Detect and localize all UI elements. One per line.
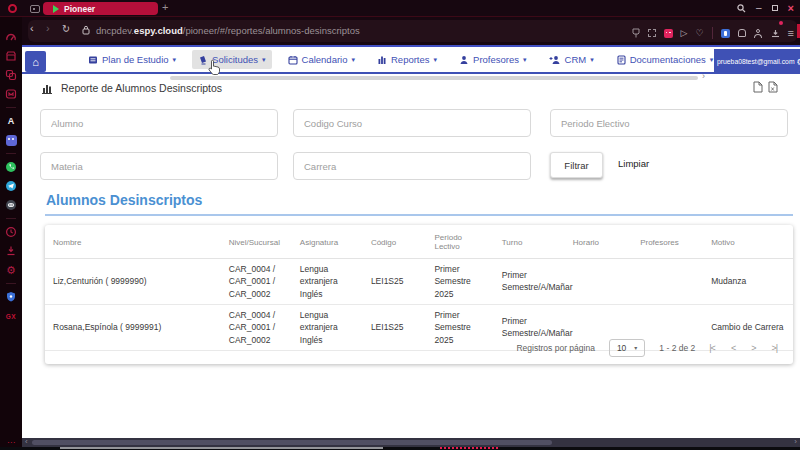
mouse-cursor xyxy=(208,59,221,75)
menu-profesores[interactable]: Profesores▾ xyxy=(453,50,532,69)
cell-motivo: Mudanza xyxy=(703,259,793,305)
gx-corner-icon[interactable] xyxy=(5,50,17,62)
home-button[interactable]: ⌂ xyxy=(25,51,46,72)
search-tabs-icon[interactable] xyxy=(737,4,746,13)
messenger-icon[interactable] xyxy=(5,88,17,100)
user-settings-gear-icon[interactable]: ⚙ xyxy=(797,57,800,67)
per-page-select[interactable]: 10 ▾ xyxy=(609,339,645,357)
menu-documentaciones[interactable]: Documentaciones▾ xyxy=(610,50,720,69)
menu-label: Documentaciones xyxy=(630,54,706,65)
pagination-bar: Registros por página 10 ▾ 1 - 2 de 2 |< … xyxy=(45,331,793,364)
player-icon[interactable] xyxy=(664,29,673,38)
filter-materia-input[interactable] xyxy=(40,152,278,180)
col-nombre: Nombre xyxy=(45,225,221,259)
close-button[interactable]: × xyxy=(788,2,794,14)
new-tab-button[interactable]: + xyxy=(162,1,168,13)
browser-sidebar: A ⚙ GX ⋯ xyxy=(0,17,22,447)
workspaces-icon[interactable] xyxy=(30,5,40,13)
urlbar-icons: ▷ ♡ ≡ xyxy=(632,24,794,42)
cell-nivel: CAR_0004 / CAR_0001 / CAR_0002 xyxy=(221,259,292,305)
next-page-icon[interactable]: > xyxy=(751,343,755,353)
easy-files-icon[interactable] xyxy=(5,245,17,257)
pin-icon[interactable] xyxy=(632,28,640,38)
opera-logo-icon[interactable] xyxy=(8,4,17,13)
chevron-down-icon: ▾ xyxy=(351,56,355,64)
whatsapp-icon[interactable] xyxy=(5,161,17,173)
profile-icon[interactable] xyxy=(754,29,763,38)
forward-button[interactable]: › xyxy=(46,23,50,34)
settings-gear-icon[interactable]: ⚙ xyxy=(5,264,17,276)
menu-crm[interactable]: CRM▾ xyxy=(543,50,600,69)
lock-icon[interactable] xyxy=(82,25,90,35)
bookmark-heart-icon[interactable]: ♡ xyxy=(696,28,704,38)
filter-alumno-input[interactable] xyxy=(40,109,278,137)
aria-ai-icon[interactable]: A xyxy=(5,115,17,127)
prev-page-icon[interactable]: < xyxy=(731,343,735,353)
history-icon[interactable] xyxy=(5,226,17,238)
export-actions xyxy=(753,81,778,93)
limpiar-button[interactable]: Limpiar xyxy=(618,158,649,169)
user-email: prueba08test@gmail.com xyxy=(717,58,795,65)
filter-periodo-electivo-input[interactable] xyxy=(550,109,788,137)
chat-app-icon[interactable] xyxy=(5,134,17,146)
menu-plan-de-estudio[interactable]: Plan de Estudio▾ xyxy=(82,50,182,69)
speed-dial-icon[interactable] xyxy=(5,31,17,43)
discord-icon[interactable] xyxy=(5,199,17,211)
filter-carrera-input[interactable] xyxy=(293,152,531,180)
url-text[interactable]: dncpdev.espy.cloud/pioneer/#/reportes/al… xyxy=(96,25,360,36)
divider xyxy=(6,218,16,219)
menu-calendario[interactable]: Calendario▾ xyxy=(282,50,361,69)
filter-codigo-curso-input[interactable] xyxy=(293,109,531,137)
col-nivel-sucursal: Nivel/Sucursal xyxy=(221,225,292,259)
url-pre: dncpdev. xyxy=(96,25,134,36)
menu-reportes[interactable]: Reportes▾ xyxy=(371,50,443,69)
extension-ghost-icon[interactable] xyxy=(738,29,746,37)
export-excel-icon[interactable] xyxy=(768,81,778,93)
mods-icon[interactable] xyxy=(5,69,17,81)
extension-blue-icon[interactable] xyxy=(721,29,730,38)
menu-solicitudes[interactable]: Solicitudes▾ xyxy=(192,50,271,69)
reload-button[interactable]: ↻ xyxy=(62,23,70,34)
col-horario: Horario xyxy=(565,225,632,259)
restore-button[interactable] xyxy=(772,5,778,11)
sidebar-overflow-icon[interactable]: ⋯ xyxy=(7,438,15,447)
telegram-icon[interactable] xyxy=(5,180,17,192)
browser-tab-pioneer[interactable]: Pioneer xyxy=(43,2,158,15)
chevron-down-icon: ▾ xyxy=(434,56,438,64)
flow-play-icon[interactable]: ▷ xyxy=(681,28,688,38)
last-page-icon[interactable]: >| xyxy=(771,343,777,353)
menu-label: Plan de Estudio xyxy=(102,54,169,65)
filtrar-button[interactable]: Filtrar xyxy=(550,152,603,178)
sidebar-menu-icon[interactable]: ≡ xyxy=(788,28,794,38)
shield-extension-icon[interactable] xyxy=(5,291,17,303)
cell-horario xyxy=(565,259,632,305)
table-row[interactable]: Liz,Centurión ( 9999990) CAR_0004 / CAR_… xyxy=(45,259,793,305)
minimize-button[interactable]: – xyxy=(756,2,762,14)
app-navbar: ⌂ Plan de Estudio▾ Solicitudes▾ Calendar… xyxy=(22,45,800,74)
chevron-down-icon: ▾ xyxy=(262,56,266,64)
user-account-box[interactable]: prueba08test@gmail.com ⚙ xyxy=(714,49,800,74)
col-asignatura: Asignatura xyxy=(292,225,363,259)
menu-scrollbar[interactable] xyxy=(170,76,698,80)
export-pdf-icon[interactable] xyxy=(753,81,763,93)
bottom-red-marks xyxy=(440,447,500,449)
scroll-left-icon[interactable]: ‹ xyxy=(25,437,28,446)
snapshot-icon[interactable] xyxy=(648,29,656,37)
scroll-right-icon[interactable]: › xyxy=(794,437,797,446)
back-button[interactable]: ‹ xyxy=(30,23,34,34)
col-codigo: Código xyxy=(363,225,427,259)
per-page-label: Registros por página xyxy=(516,343,594,353)
first-page-icon[interactable]: |< xyxy=(709,343,715,353)
chevron-down-icon: ▾ xyxy=(634,344,637,351)
cell-profesores xyxy=(632,259,703,305)
url-host: espy.cloud xyxy=(134,25,183,36)
page-horizontal-scrollbar[interactable]: ‹ › xyxy=(22,438,800,447)
menu-label: CRM xyxy=(565,54,587,65)
menu-label: Profesores xyxy=(473,54,519,65)
scrollbar-thumb[interactable] xyxy=(32,440,552,445)
chevron-down-icon: ▾ xyxy=(710,56,714,64)
page-title: Reporte de Alumnos Desinscriptos xyxy=(61,82,222,94)
downloads-icon[interactable] xyxy=(771,24,780,42)
download-badge xyxy=(779,21,783,25)
menu-scroll-right-icon[interactable]: › xyxy=(702,71,705,81)
